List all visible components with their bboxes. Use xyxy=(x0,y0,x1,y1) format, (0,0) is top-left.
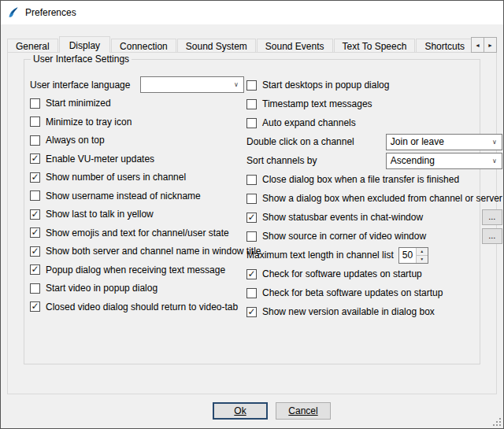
sort-channels-row: Sort channels by Ascending ∨ xyxy=(246,151,502,170)
checkbox-label[interactable]: Show both server and channel name in win… xyxy=(46,246,261,257)
sort-channels-combobox[interactable]: Ascending ∨ xyxy=(386,153,502,169)
checkbox-row-new-version-dialog[interactable]: ✓ Show new version available in dialog b… xyxy=(246,302,502,321)
checkbox-row-show-user-count[interactable]: ✓ Show number of users in channel xyxy=(30,168,244,187)
tab-sound-events[interactable]: Sound Events xyxy=(257,39,333,53)
checkbox-label[interactable]: Minimize to tray icon xyxy=(46,116,132,128)
checkbox-row-always-on-top[interactable]: Always on top xyxy=(30,131,244,150)
checkbox-label[interactable]: Show statusbar events in chat-window xyxy=(262,212,423,223)
max-text-length-spinbox[interactable]: 50 ▲ ▼ xyxy=(398,247,428,264)
checkbox[interactable]: ✓ xyxy=(246,307,257,317)
title-bar[interactable]: Preferences xyxy=(1,1,503,24)
checkbox[interactable] xyxy=(246,118,257,128)
checkbox[interactable]: ✓ xyxy=(246,269,257,279)
checkbox-row-video-popup[interactable]: Start video in popup dialog xyxy=(30,279,244,298)
video-source-more-button[interactable]: ... xyxy=(482,228,502,244)
checkbox[interactable]: ✓ xyxy=(246,213,257,223)
spin-down-icon[interactable]: ▼ xyxy=(417,256,428,263)
spinbox-value[interactable]: 50 xyxy=(399,248,416,263)
right-column: Start desktops in popup dialog Timestamp… xyxy=(246,76,502,321)
checkbox-row-close-on-transfer[interactable]: Close dialog box when a file transfer is… xyxy=(246,170,502,189)
checkbox-label[interactable]: Show a dialog box when excluded from cha… xyxy=(262,193,502,204)
dialog-buttons: Ok Cancel xyxy=(40,402,503,420)
checkbox[interactable] xyxy=(246,175,257,185)
double-click-combobox[interactable]: Join or leave ∨ xyxy=(386,134,502,150)
checkbox[interactable] xyxy=(246,80,257,91)
checkbox[interactable] xyxy=(246,99,257,109)
checkbox-label[interactable]: Timestamp text messages xyxy=(262,98,372,109)
checkbox[interactable]: ✓ xyxy=(30,153,40,164)
checkbox[interactable]: ✓ xyxy=(30,301,40,312)
checkbox-row-start-minimized[interactable]: Start minimized xyxy=(30,94,244,113)
checkbox-row-closed-video-return[interactable]: ✓ Closed video dialog should return to v… xyxy=(30,298,244,316)
window-title: Preferences xyxy=(25,7,76,18)
checkbox[interactable] xyxy=(30,283,40,294)
checkbox-row-timestamp[interactable]: Timestamp text messages xyxy=(246,94,502,113)
checkbox-row-server-channel-title[interactable]: ✓ Show both server and channel name in w… xyxy=(30,242,244,261)
checkbox-row-auto-expand[interactable]: Auto expand channels xyxy=(246,113,502,132)
statusbar-events-more-button[interactable]: ... xyxy=(482,209,502,225)
checkbox-label[interactable]: Show number of users in channel xyxy=(46,172,186,183)
double-click-row: Double click on a channel Join or leave … xyxy=(246,132,502,151)
checkbox-row-check-updates[interactable]: ✓ Check for software updates on startup xyxy=(246,264,502,283)
tab-connection[interactable]: Connection xyxy=(111,39,176,53)
checkbox-label[interactable]: Enable VU-meter updates xyxy=(46,153,154,165)
checkbox[interactable]: ✓ xyxy=(30,209,40,220)
language-row: User interface language ∨ xyxy=(30,76,244,94)
checkbox-label[interactable]: Show emojis and text for channel/user st… xyxy=(46,227,229,239)
tab-text-to-speech[interactable]: Text To Speech xyxy=(334,39,416,53)
checkbox-row-emojis[interactable]: ✓ Show emojis and text for channel/user … xyxy=(30,224,244,242)
checkbox-label[interactable]: Check for software updates on startup xyxy=(262,268,422,279)
checkbox[interactable]: ✓ xyxy=(30,172,40,183)
checkbox-label[interactable]: Show source in corner of video window xyxy=(262,231,426,242)
checkbox-label[interactable]: Close dialog box when a file transfer is… xyxy=(262,174,459,185)
checkbox[interactable] xyxy=(246,231,257,242)
checkbox-label[interactable]: Check for beta software updates on start… xyxy=(262,287,443,298)
checkbox[interactable]: ✓ xyxy=(30,246,40,257)
checkbox-label[interactable]: Closed video dialog should return to vid… xyxy=(46,301,238,313)
app-icon[interactable] xyxy=(7,6,20,19)
spinbox-buttons: ▲ ▼ xyxy=(416,248,428,263)
checkbox-label[interactable]: Popup dialog when receiving text message xyxy=(46,264,225,276)
tab-scroll-right-icon[interactable]: ► xyxy=(484,37,497,53)
video-source-row[interactable]: Show source in corner of video window ..… xyxy=(246,227,502,246)
checkbox-label[interactable]: Start desktops in popup dialog xyxy=(262,80,389,91)
checkbox-label[interactable]: Always on top xyxy=(46,135,105,146)
checkbox[interactable]: ✓ xyxy=(30,227,40,238)
max-text-length-label: Maximum text length in channel list xyxy=(246,250,394,261)
language-combobox[interactable]: ∨ xyxy=(140,76,244,93)
checkbox-row-desktops-popup[interactable]: Start desktops in popup dialog xyxy=(246,76,502,94)
tab-shortcuts[interactable]: Shortcuts xyxy=(416,39,473,53)
tab-sound-system[interactable]: Sound System xyxy=(177,39,256,53)
checkbox-row-minimize-to-tray[interactable]: Minimize to tray icon xyxy=(30,113,244,131)
checkbox[interactable] xyxy=(246,288,257,298)
checkbox-label[interactable]: Auto expand channels xyxy=(262,117,356,128)
left-column: User interface language ∨ Start minimize… xyxy=(30,76,244,321)
checkbox[interactable]: ✓ xyxy=(30,264,40,275)
tab-general[interactable]: General xyxy=(7,39,58,53)
checkbox-label[interactable]: Show username instead of nickname xyxy=(46,190,201,202)
spin-up-icon[interactable]: ▲ xyxy=(417,248,428,256)
double-click-label: Double click on a channel xyxy=(246,136,354,147)
tab-display[interactable]: Display xyxy=(59,36,110,53)
checkbox-row-username-instead-nickname[interactable]: Show username instead of nickname xyxy=(30,187,244,205)
tab-scroll-left-icon[interactable]: ◄ xyxy=(471,37,484,53)
checkbox-label[interactable]: Start minimized xyxy=(46,98,111,109)
checkbox[interactable] xyxy=(30,98,40,109)
cancel-button[interactable]: Cancel xyxy=(276,402,331,420)
checkbox[interactable] xyxy=(246,194,257,204)
checkbox[interactable] xyxy=(30,116,40,127)
checkbox[interactable] xyxy=(30,190,40,201)
checkbox-row-popup-text-message[interactable]: ✓ Popup dialog when receiving text messa… xyxy=(30,261,244,279)
statusbar-events-row[interactable]: ✓ Show statusbar events in chat-window .… xyxy=(246,208,502,227)
checkbox-row-check-beta-updates[interactable]: Check for beta software updates on start… xyxy=(246,283,502,302)
checkbox-label[interactable]: Show last to talk in yellow xyxy=(46,209,154,220)
checkbox-label[interactable]: Start video in popup dialog xyxy=(46,283,158,294)
ok-button[interactable]: Ok xyxy=(213,402,268,420)
resize-grip[interactable] xyxy=(492,417,502,427)
checkbox-row-vu-meter[interactable]: ✓ Enable VU-meter updates xyxy=(30,150,244,168)
checkbox-row-last-to-talk[interactable]: ✓ Show last to talk in yellow xyxy=(30,205,244,224)
checkbox-row-excluded-dialog[interactable]: Show a dialog box when excluded from cha… xyxy=(246,189,502,208)
tab-bar: General Display Connection Sound System … xyxy=(7,36,497,53)
checkbox[interactable] xyxy=(30,135,40,146)
checkbox-label[interactable]: Show new version available in dialog box xyxy=(262,306,435,317)
